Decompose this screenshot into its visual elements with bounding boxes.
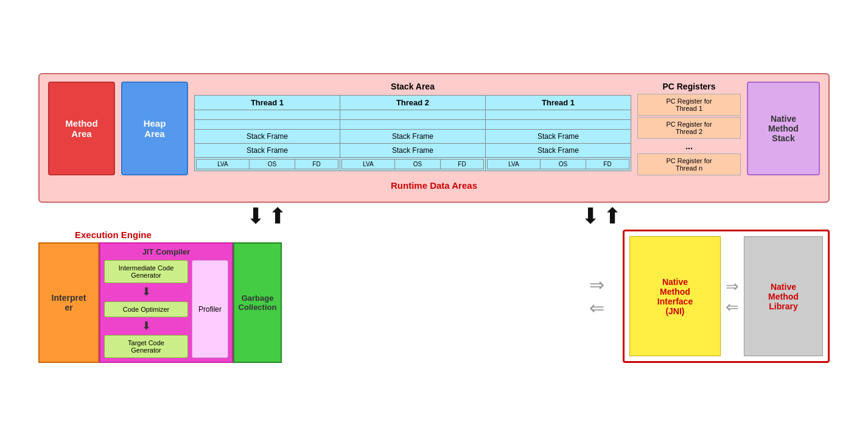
heap-area: Heap Area: [121, 82, 188, 175]
native-method-library: Native Method Library: [744, 236, 823, 356]
jit-inner: Intermediate CodeGenerator ⬇ Code Optimi…: [104, 260, 228, 358]
lva3: LVA: [488, 159, 541, 169]
up-arrow-left: ⬆: [268, 205, 287, 227]
bottom-section: Execution Engine Interpret er JIT Compil…: [38, 230, 830, 363]
inner-right-arrow: ⇒: [726, 278, 739, 294]
runtime-data-areas: Method Area Heap Area Stack Area Thread …: [38, 73, 830, 203]
jvm-architecture-diagram: Method Area Heap Area Stack Area Thread …: [38, 73, 830, 363]
profiler: Profiler: [192, 260, 228, 358]
os3: OS: [540, 159, 586, 169]
pc-registers: PC Registers PC Register forThread 1 PC …: [637, 82, 741, 175]
pc-register-thread2: PC Register forThread 2: [637, 117, 741, 139]
jit-boxes: Intermediate CodeGenerator ⬇ Code Optimi…: [104, 260, 188, 358]
native-interface-wrapper: Native Method Interface (JNI) ⇒ ⇐ Native…: [623, 230, 830, 363]
stack-frame-row1-col1: Stack Frame: [195, 129, 340, 143]
left-arrow-1: ⇐: [589, 299, 604, 317]
os1: OS: [249, 159, 295, 169]
method-area: Method Area: [48, 82, 115, 175]
target-code-generator: Target CodeGenerator: [104, 335, 188, 358]
thread2-header: Thread 2: [340, 95, 486, 110]
left-arrow-group: ⬇ ⬆: [247, 205, 287, 227]
thread3-header: Thread 1: [486, 95, 631, 110]
interpreter: Interpret er: [38, 242, 99, 363]
pc-dots: ...: [637, 140, 741, 152]
execution-engine-label: Execution Engine: [75, 230, 571, 240]
stack-frame-row2-col3: Stack Frame: [486, 143, 631, 157]
fd3: FD: [586, 159, 629, 169]
jit-compiler: JIT Compiler Intermediate CodeGenerator …: [99, 242, 233, 363]
inner-left-arrow: ⇐: [726, 299, 739, 315]
lva2: LVA: [342, 159, 395, 169]
intermediate-code-generator: Intermediate CodeGenerator: [104, 260, 188, 283]
stack-frame-row2-col1: Stack Frame: [195, 143, 340, 157]
stack-area: Stack Area Thread 1 Thread 2 Thread 1: [194, 82, 631, 175]
thread1-header: Thread 1: [195, 95, 340, 110]
fd1: FD: [295, 159, 338, 169]
middle-arrows: ⇒ ⇐: [583, 230, 611, 363]
inner-arrows: ⇒ ⇐: [721, 236, 744, 356]
jit-arrow-1: ⬇: [104, 286, 188, 299]
stack-frame-row1-col3: Stack Frame: [486, 129, 631, 143]
execution-engine-wrapper: Execution Engine Interpret er JIT Compil…: [38, 230, 571, 363]
stack-frame-row1-col2: Stack Frame: [340, 129, 486, 143]
right-arrow-1: ⇒: [589, 276, 604, 294]
native-method-stack: Native Method Stack: [747, 82, 820, 175]
fd2: FD: [441, 159, 484, 169]
down-arrow-right: ⬇: [581, 205, 600, 227]
runtime-label: Runtime Data Areas: [48, 180, 820, 191]
stack-frame-row2-col2: Stack Frame: [340, 143, 486, 157]
stack-title: Stack Area: [194, 82, 631, 91]
os2: OS: [394, 159, 440, 169]
jit-title: JIT Compiler: [104, 247, 228, 256]
jit-arrow-2: ⬇: [104, 320, 188, 333]
up-arrow-right: ⬆: [603, 205, 621, 227]
native-method-interface: Native Method Interface (JNI): [629, 236, 721, 356]
garbage-collection: Garbage Collection: [233, 242, 282, 363]
down-arrow-left: ⬇: [247, 205, 265, 227]
pc-register-thread1: PC Register forThread 1: [637, 94, 741, 116]
execution-engine: Interpret er JIT Compiler Intermediate C…: [38, 242, 571, 363]
pc-title: PC Registers: [637, 82, 741, 91]
main-arrows: ⬇ ⬆ ⬇ ⬆: [38, 205, 830, 227]
code-optimizer: Code Optimizer: [104, 301, 188, 317]
pc-register-threadn: PC Register forThread n: [637, 153, 741, 175]
lva1: LVA: [197, 159, 250, 169]
right-arrow-group: ⬇ ⬆: [581, 205, 621, 227]
